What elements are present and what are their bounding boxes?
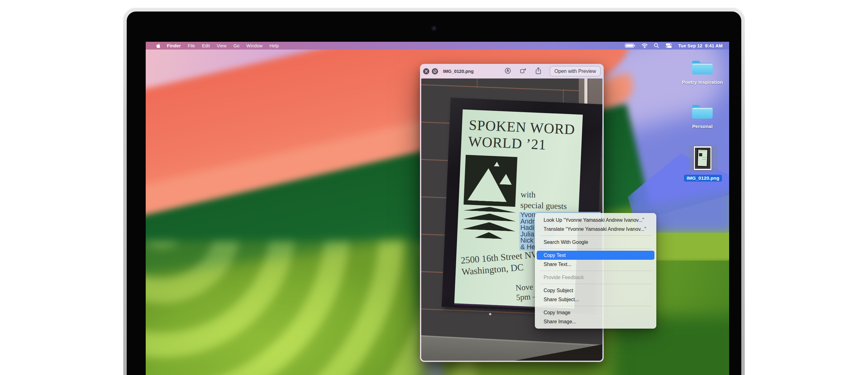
pen-markup-button[interactable] [504,67,511,76]
menu-item-translate[interactable]: Translate “Yvonne Yamasaki Andrew Ivanov… [537,225,654,234]
poster-subtitle: with special guests [520,189,567,211]
menu-bar-clock[interactable]: Tue Sep 12 9:41 AM [678,43,723,48]
wallpaper-green-bottomleft [146,239,430,375]
display-bezel: Finder File Edit View Go Window Help [127,11,741,375]
desktop-icon-poetry-inspiration[interactable]: Poetry Inspiration [678,58,727,85]
menu-item-look-up[interactable]: Look Up “Yvonne Yamasaki Andrew Ivanov..… [537,215,654,225]
menu-item-share-text[interactable]: Share Text... [537,260,654,269]
menu-item-copy-image[interactable]: Copy Image [537,308,654,317]
close-icon [425,70,428,73]
desktop-icon-img-0120[interactable] [694,146,711,170]
menu-separator [539,249,652,249]
menu-item-copy-text[interactable]: Copy Text [537,251,654,260]
macbook-chassis: Finder File Edit View Go Window Help [123,8,745,375]
menu-go[interactable]: Go [230,43,243,48]
menu-item-share-image[interactable]: Share Image... [537,317,654,326]
window-title: IMG_0120.png [443,69,473,74]
menu-item-copy-subject[interactable]: Copy Subject [537,286,654,295]
rotate-button[interactable] [520,67,527,76]
menu-finder[interactable]: Finder [163,43,184,48]
menu-separator [539,284,652,284]
menu-bar: Finder File Edit View Go Window Help [146,42,729,50]
desktop-icon-personal[interactable]: Personal [678,102,727,129]
apple-menu[interactable] [153,43,163,48]
menu-item-provide-feedback[interactable]: Provide Feedback [537,273,654,282]
case-screw [489,313,491,315]
poster-title: SPOKEN WORD WORLD ’21 [468,116,575,154]
battery-icon[interactable] [625,43,636,48]
file-thumbnail [695,148,710,169]
webcam-icon [431,26,437,31]
menu-separator [539,271,652,271]
menu-help[interactable]: Help [266,43,282,48]
pencil-slash-icon [433,69,437,73]
menu-item-share-subject[interactable]: Share Subject... [537,295,654,304]
selected-filename-pill[interactable]: IMG_0120.png [684,175,722,181]
poster-address: 2500 16th Street NW Washington, DC [460,248,541,278]
desktop-icon-label: Poetry Inspiration [678,80,727,85]
menu-file[interactable]: File [184,43,198,48]
folder-icon [678,58,727,78]
control-center-icon[interactable] [665,43,673,48]
menu-edit[interactable]: Edit [198,43,213,48]
folder-icon [678,102,727,122]
menu-separator [539,306,652,306]
pencil-button[interactable] [432,68,438,75]
open-with-preview-button[interactable]: Open with Preview [550,66,600,76]
quick-look-titlebar[interactable]: IMG_0120.png [420,64,604,79]
poster-graphic-square [464,155,518,207]
desktop-icon-label: Personal [678,124,727,129]
context-menu: Look Up “Yvonne Yamasaki Andrew Ivanov..… [535,213,656,328]
menu-window[interactable]: Window [243,43,266,48]
spotlight-search-icon[interactable] [654,43,659,48]
desktop-screen: Finder File Edit View Go Window Help [146,42,729,375]
wifi-icon[interactable] [641,43,648,48]
menu-separator [539,235,652,236]
poster-footer: Nove 5pm – [515,282,537,302]
apple-icon [155,43,161,48]
close-button[interactable] [423,68,429,75]
share-button[interactable] [535,67,541,76]
menu-item-search-with-google[interactable]: Search With Google [537,238,654,247]
menu-view[interactable]: View [213,43,230,48]
